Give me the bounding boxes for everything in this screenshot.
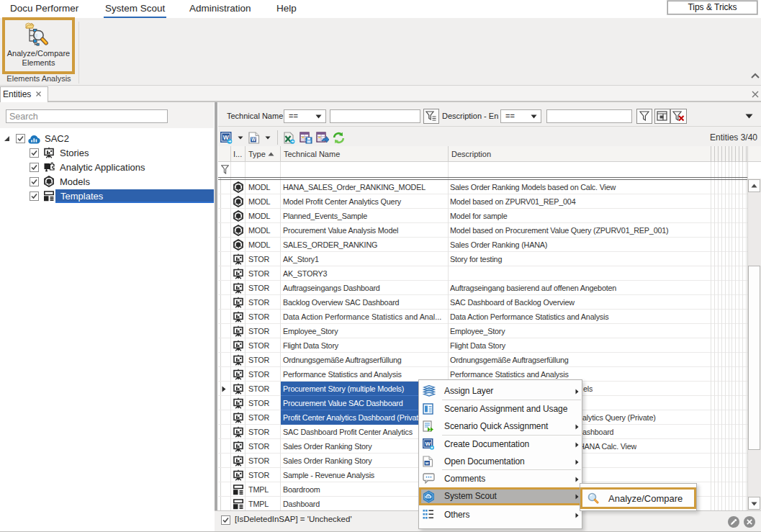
svg-text:w: w bbox=[425, 461, 429, 465]
svg-text:W: W bbox=[251, 137, 256, 142]
svg-text:W: W bbox=[425, 441, 431, 447]
